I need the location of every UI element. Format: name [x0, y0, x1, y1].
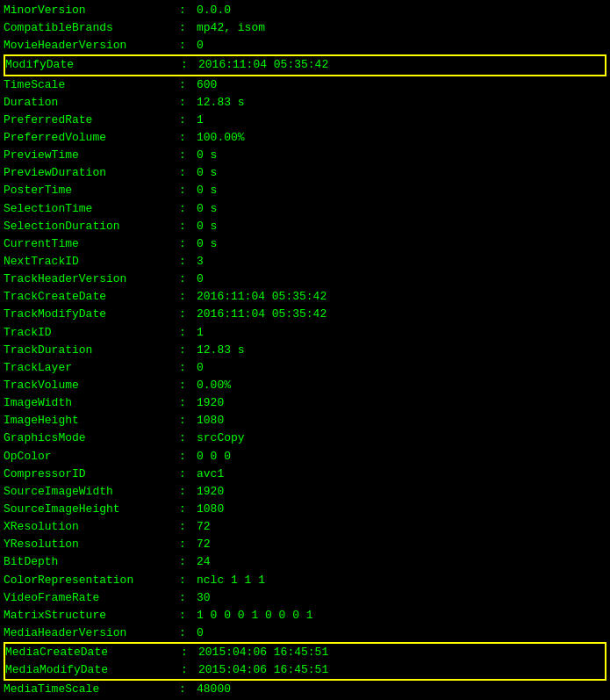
meta-key: SourceImageWidth — [4, 483, 179, 501]
table-row: PreviewTime : 0 s — [4, 147, 606, 164]
meta-key: CurrentTime — [4, 235, 179, 253]
table-row: Duration : 12.83 s — [4, 94, 606, 112]
meta-value: 0 — [197, 624, 204, 642]
meta-separator: : — [179, 288, 197, 306]
meta-key: TrackDuration — [4, 342, 179, 359]
meta-value: 1 — [197, 112, 204, 129]
table-row: SelectionDuration : 0 s — [4, 218, 606, 235]
meta-separator: : — [179, 94, 197, 112]
meta-value: 0 — [197, 271, 204, 288]
table-row: MediaTimeScale : 48000 — [4, 681, 606, 698]
table-row: SelectionTime : 0 s — [4, 200, 606, 218]
meta-key: NextTrackID — [4, 253, 179, 271]
meta-value: 0 s — [197, 164, 217, 182]
table-row: PreviewDuration : 0 s — [4, 164, 606, 182]
meta-value: nclc 1 1 1 — [197, 572, 265, 589]
table-row: SourceImageWidth : 1920 — [4, 483, 606, 501]
table-row: TrackID : 1 — [4, 324, 606, 342]
meta-key: XResolution — [4, 518, 179, 536]
table-row: TrackDuration : 12.83 s — [4, 342, 606, 359]
meta-separator: : — [179, 589, 197, 607]
meta-separator: : — [179, 271, 197, 288]
meta-key: Duration — [4, 94, 179, 112]
meta-separator: : — [179, 448, 197, 465]
meta-key: ImageWidth — [4, 394, 179, 412]
meta-value: 12.83 s — [197, 342, 245, 359]
table-row: TrackHeaderVersion : 0 — [4, 271, 606, 288]
meta-key: MediaModifyDate — [5, 661, 181, 679]
meta-separator: : — [179, 572, 197, 589]
meta-key: TrackModifyDate — [4, 306, 179, 323]
meta-value: 0 s — [197, 200, 217, 218]
meta-separator: : — [179, 182, 197, 199]
meta-separator: : — [181, 56, 198, 74]
table-row: TrackLayer : 0 — [4, 359, 606, 377]
meta-key: TrackHeaderVersion — [4, 271, 179, 288]
metadata-container: MinorVersion : 0.0.0CompatibleBrands : m… — [0, 0, 610, 700]
meta-key: TimeScale — [4, 76, 179, 94]
meta-value: 2015:04:06 16:45:51 — [198, 661, 328, 679]
meta-separator: : — [179, 19, 197, 37]
meta-value: 0 0 0 — [197, 448, 231, 465]
table-row: MatrixStructure : 1 0 0 0 1 0 0 0 1 — [4, 607, 606, 624]
meta-value: 1920 — [197, 394, 224, 412]
meta-separator: : — [179, 429, 197, 447]
meta-key: BitDepth — [4, 553, 179, 571]
table-row: CompressorID : avc1 — [4, 465, 606, 483]
meta-key: GraphicsMode — [4, 429, 179, 447]
table-row: OpColor : 0 0 0 — [4, 448, 606, 465]
meta-separator: : — [179, 235, 197, 253]
meta-value: 3 — [197, 253, 204, 271]
meta-value: 12.83 s — [197, 94, 245, 112]
meta-separator: : — [179, 483, 197, 501]
meta-value: 1 0 0 0 1 0 0 0 1 — [197, 607, 313, 624]
meta-key: CompressorID — [4, 465, 179, 483]
table-row: YResolution : 72 — [4, 536, 606, 553]
meta-key: TrackCreateDate — [4, 288, 179, 306]
meta-key: CompatibleBrands — [4, 19, 179, 37]
meta-separator: : — [179, 2, 197, 19]
meta-key: YResolution — [4, 536, 179, 553]
meta-separator: : — [179, 518, 197, 536]
meta-separator: : — [179, 306, 197, 323]
meta-separator: : — [179, 553, 197, 571]
meta-separator: : — [179, 359, 197, 377]
meta-separator: : — [179, 342, 197, 359]
meta-separator: : — [179, 37, 197, 54]
meta-key: MediaCreateDate — [5, 644, 181, 661]
meta-value: 600 — [197, 76, 217, 94]
meta-key: ColorRepresentation — [4, 572, 179, 589]
meta-separator: : — [179, 218, 197, 235]
meta-separator: : — [179, 324, 197, 342]
meta-separator: : — [179, 465, 197, 483]
meta-value: 2016:11:04 05:35:42 — [198, 56, 328, 74]
meta-value: 1920 — [197, 483, 224, 501]
table-row: VideoFrameRate : 30 — [4, 589, 606, 607]
meta-value: 0 s — [197, 218, 217, 235]
meta-separator: : — [179, 164, 197, 182]
meta-key: SourceImageHeight — [4, 501, 179, 518]
meta-separator: : — [179, 76, 197, 94]
table-row: PreferredRate : 1 — [4, 112, 606, 129]
table-row: SourceImageHeight : 1080 — [4, 501, 606, 518]
meta-separator: : — [179, 253, 197, 271]
table-row: GraphicsMode : srcCopy — [4, 429, 606, 447]
meta-value: 24 — [197, 553, 211, 571]
meta-key: PreviewDuration — [4, 164, 179, 182]
table-row: CurrentTime : 0 s — [4, 235, 606, 253]
meta-value: 1080 — [197, 412, 224, 429]
meta-key: ImageHeight — [4, 412, 179, 429]
meta-separator: : — [179, 200, 197, 218]
meta-value: 0.0.0 — [197, 2, 231, 19]
meta-key: MediaTimeScale — [4, 681, 179, 698]
meta-key: PreviewTime — [4, 147, 179, 164]
table-row: TrackCreateDate : 2016:11:04 05:35:42 — [4, 288, 606, 306]
table-row: ModifyDate : 2016:11:04 05:35:42 — [4, 54, 606, 76]
meta-separator: : — [181, 644, 198, 661]
meta-separator: : — [179, 412, 197, 429]
meta-value: 2015:04:06 16:45:51 — [198, 644, 328, 661]
meta-key: MinorVersion — [4, 2, 179, 19]
meta-value: 0 s — [197, 182, 217, 199]
meta-value: 0 s — [197, 235, 217, 253]
meta-separator: : — [179, 129, 197, 147]
